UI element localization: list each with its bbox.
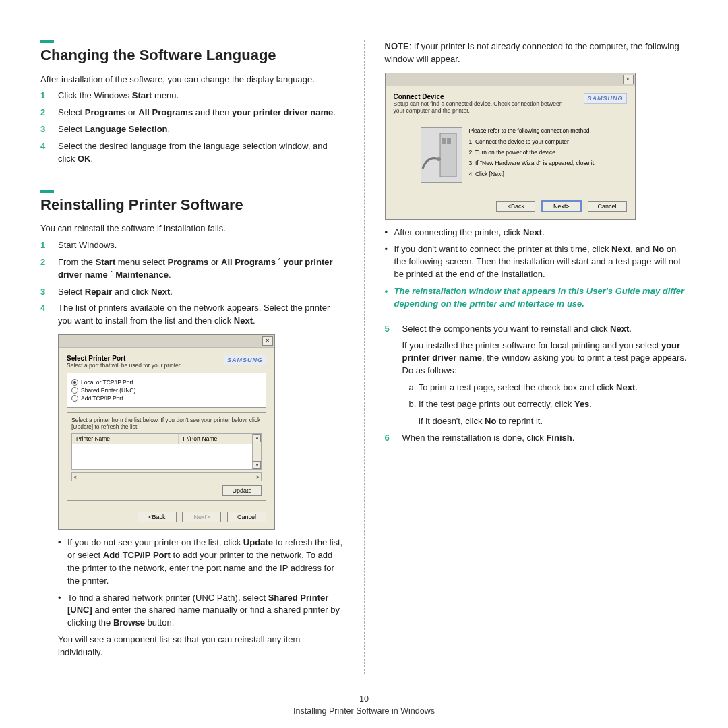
page-footer: 10 Installing Printer Software in Window… <box>0 694 728 716</box>
samsung-logo: SAMSUNG <box>224 355 266 365</box>
samsung-logo: SAMSUNG <box>584 93 626 104</box>
radio-add-tcpip[interactable]: Add TCP/IP Port. <box>71 395 262 402</box>
section-name: Installing Printer Software in Windows <box>0 706 728 716</box>
radio-shared-unc[interactable]: Shared Printer (UNC) <box>71 387 262 394</box>
steps-reinstall: 1Start Windows. 2From the Start menu sel… <box>40 239 344 328</box>
component-list-note: You will see a component list so that yo… <box>58 634 344 659</box>
dialog-connect-device: × SAMSUNG Connect Device Setup can not f… <box>385 73 636 220</box>
steps-5-6: 5 Select the components you want to rein… <box>385 323 688 445</box>
dialog-select-printer-port: × SAMSUNG Select Printer Port Select a p… <box>58 334 275 530</box>
after-dialog-notes: If you do not see your printer on the li… <box>58 537 344 630</box>
radio-local-tcpip[interactable]: Local or TCP/IP Port <box>71 379 262 386</box>
back-button[interactable]: <Back <box>496 201 535 212</box>
back-button[interactable]: <Back <box>138 512 177 522</box>
close-icon[interactable]: × <box>262 336 273 346</box>
heading-change-language: Changing the Software Language <box>40 46 344 65</box>
intro-change-language: After installation of the software, you … <box>40 73 344 86</box>
svg-point-3 <box>437 157 441 161</box>
after-connect-notes: After connecting the printer, click Next… <box>385 226 688 311</box>
cancel-button[interactable]: Cancel <box>588 201 627 212</box>
cancel-button[interactable]: Cancel <box>227 512 266 522</box>
accent-rule <box>40 40 54 43</box>
connection-illustration <box>421 127 462 183</box>
update-button[interactable]: Update <box>222 485 262 496</box>
scrollbar[interactable]: ∧∨ <box>252 434 261 469</box>
close-icon[interactable]: × <box>623 75 634 84</box>
right-column: NOTE: If your printer is not already con… <box>365 40 708 674</box>
page-number: 10 <box>0 694 728 704</box>
left-column: Changing the Software Language After ins… <box>20 40 364 674</box>
intro-reinstall: You can reinstall the software if instal… <box>40 222 344 235</box>
steps-change-language: 1Click the Windows Start menu. 2Select P… <box>40 90 344 165</box>
next-button[interactable]: Next> <box>182 512 221 522</box>
svg-rect-2 <box>447 138 451 144</box>
green-note: The reinstallation window that appears i… <box>394 286 685 309</box>
connection-steps: Please refer to the following connection… <box>469 127 604 183</box>
note-line: NOTE: If your printer is not already con… <box>385 40 688 66</box>
printer-list[interactable]: Printer Name IP/Port Name ∧∨ <box>71 433 262 470</box>
heading-reinstall: Reinstalling Printer Software <box>40 195 344 215</box>
next-button[interactable]: Next> <box>541 200 582 212</box>
svg-rect-1 <box>442 138 446 144</box>
accent-rule <box>40 190 54 193</box>
